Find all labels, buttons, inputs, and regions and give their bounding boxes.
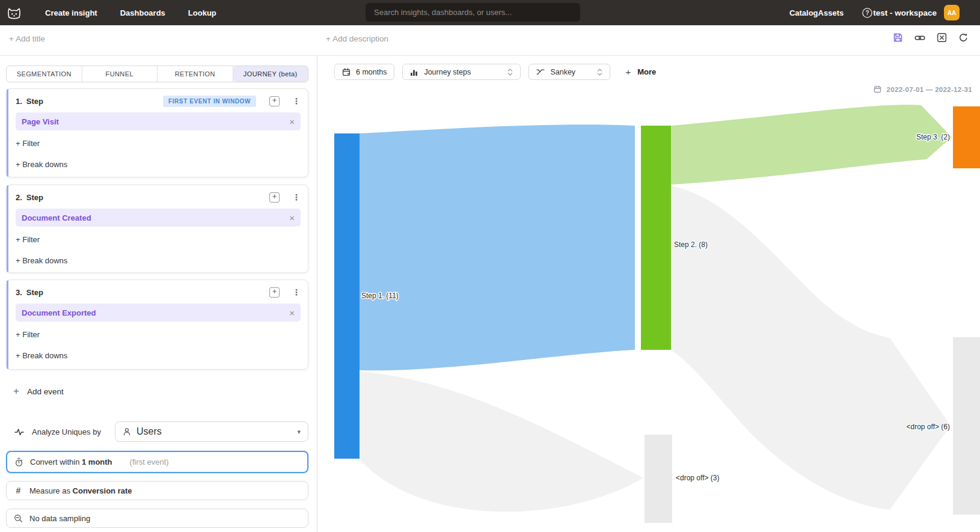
step-number: 1.: [16, 97, 22, 106]
step-menu-icon[interactable]: ⋮: [292, 97, 301, 106]
workspace-name[interactable]: test - workspace: [873, 8, 937, 17]
sankey-node-step2[interactable]: [641, 126, 671, 350]
chart-type-select[interactable]: Sankey: [528, 64, 610, 80]
chart-type-value: Sankey: [550, 68, 575, 76]
remove-event-icon[interactable]: ×: [289, 117, 295, 127]
tab-retention[interactable]: RETENTION: [158, 66, 233, 82]
insight-type-tabs: SEGMENTATION FUNNEL RETENTION JOURNEY (b…: [6, 66, 308, 82]
hash-icon: #: [14, 486, 23, 495]
date-range-button[interactable]: 6 months: [334, 64, 394, 80]
step-menu-icon[interactable]: ⋮: [292, 193, 301, 202]
sankey-node-dropoff-right[interactable]: [953, 337, 980, 515]
add-step-event-icon[interactable]: +: [269, 287, 280, 298]
step-title: Step: [26, 97, 43, 106]
top-nav: Create insight Dashboards Lookup Catalog…: [0, 0, 980, 25]
clear-insight-icon[interactable]: [937, 32, 947, 43]
sankey-link-step1-step2[interactable]: [359, 124, 635, 370]
first-event-badge: FIRST EVENT IN WINDOW: [163, 96, 256, 107]
sankey-label-step3: Step 3. (2): [916, 133, 950, 141]
avatar[interactable]: AA: [944, 5, 960, 20]
tab-segmentation[interactable]: SEGMENTATION: [7, 66, 82, 82]
chevron-down-icon: ▾: [297, 428, 301, 436]
step-menu-icon[interactable]: ⋮: [292, 288, 301, 297]
event-pill[interactable]: Page Visit ×: [16, 112, 301, 130]
copy-link-icon[interactable]: [914, 33, 925, 43]
measure-as-setting[interactable]: # Measure as Conversion rate: [6, 481, 308, 500]
save-icon[interactable]: [893, 32, 903, 43]
sankey-icon: [536, 68, 545, 76]
sankey-link-step1-dropoff[interactable]: [359, 371, 643, 512]
add-filter-button[interactable]: + Filter: [16, 139, 301, 148]
refresh-icon[interactable]: [958, 32, 969, 43]
add-event-button[interactable]: + Add event: [13, 385, 64, 397]
tab-funnel[interactable]: FUNNEL: [82, 66, 158, 82]
step-card-1: 1. Step FIRST EVENT IN WINDOW + ⋮ Page V…: [6, 88, 308, 177]
convert-hint: (first event): [130, 457, 169, 466]
step-card-2: 2. Step + ⋮ Document Created × + Filter …: [6, 185, 308, 273]
bar-chart-icon: [410, 68, 418, 76]
measure-select[interactable]: Journey steps: [402, 64, 521, 80]
add-breakdown-button[interactable]: + Break downs: [16, 160, 301, 169]
more-button[interactable]: + More: [625, 67, 656, 77]
event-name: Document Created: [22, 213, 91, 222]
convert-label: Convert within: [30, 457, 79, 466]
sankey-node-step3[interactable]: [953, 106, 980, 168]
analyze-label: Analyze Uniques by: [32, 427, 101, 436]
help-icon[interactable]: ?: [862, 7, 873, 19]
nav-catalog[interactable]: Catalog: [789, 8, 818, 17]
stopwatch-icon: [14, 457, 23, 467]
add-filter-button[interactable]: + Filter: [16, 330, 301, 339]
add-breakdown-button[interactable]: + Break downs: [16, 256, 301, 265]
data-sampling-setting[interactable]: No data sampling: [6, 509, 308, 528]
select-arrows-icon: [597, 68, 602, 76]
convert-within-setting[interactable]: Convert within 1 month (first event): [6, 451, 308, 473]
sankey-link-step2-dropoff[interactable]: [671, 186, 951, 510]
add-breakdown-button[interactable]: + Break downs: [16, 351, 301, 360]
analyze-uniques-row: Analyze Uniques by: [14, 421, 101, 442]
plus-icon: +: [625, 67, 631, 77]
analyze-entity-value: Users: [136, 426, 162, 437]
calendar-icon: [342, 68, 351, 76]
sankey-label-dropoff-mid: <drop off> (3): [676, 474, 720, 482]
magnifier-minus-icon: [14, 514, 23, 523]
event-name: Document Exported: [22, 308, 96, 317]
sankey-node-step1[interactable]: [334, 133, 360, 459]
chart-date-range: 2022-07-01 — 2022-12-31: [874, 85, 972, 93]
date-range-label: 6 months: [356, 68, 387, 76]
sankey-link-step2-step3[interactable]: [671, 105, 952, 185]
add-title-button[interactable]: + Add title: [9, 34, 45, 43]
remove-event-icon[interactable]: ×: [289, 213, 295, 223]
add-step-event-icon[interactable]: +: [269, 192, 280, 203]
step-title: Step: [26, 288, 43, 297]
chart-toolbar: 6 months Journey steps: [334, 64, 656, 80]
sankey-label-step2: Step 2. (8): [674, 240, 708, 249]
tab-journey[interactable]: JOURNEY (beta): [233, 66, 308, 82]
nav-lookup[interactable]: Lookup: [188, 8, 216, 17]
search-input[interactable]: [366, 3, 580, 22]
measure-label: Measure as: [29, 486, 70, 495]
insight-config-panel: SEGMENTATION FUNNEL RETENTION JOURNEY (b…: [0, 55, 317, 532]
sankey-label-dropoff-right: <drop off> (6): [907, 423, 951, 431]
user-icon: [123, 427, 131, 436]
step-title: Step: [26, 193, 43, 202]
chart-date-range-label: 2022-07-01 — 2022-12-31: [887, 86, 972, 93]
add-filter-button[interactable]: + Filter: [16, 235, 301, 244]
step-card-3: 3. Step + ⋮ Document Exported × + Filter…: [6, 280, 308, 370]
nav-create-insight[interactable]: Create insight: [45, 8, 97, 17]
event-pill[interactable]: Document Created ×: [16, 209, 301, 227]
calendar-icon: [874, 85, 881, 93]
nav-dashboards[interactable]: Dashboards: [120, 8, 165, 17]
remove-event-icon[interactable]: ×: [289, 308, 295, 318]
add-description-button[interactable]: + Add description: [326, 34, 388, 43]
event-pill[interactable]: Document Exported ×: [16, 304, 301, 322]
app-logo-cat-icon[interactable]: [6, 5, 22, 20]
analyze-entity-select[interactable]: Users ▾: [115, 421, 308, 442]
more-label: More: [637, 67, 656, 76]
sankey-node-dropoff-mid[interactable]: [645, 435, 672, 523]
insight-header-bar: + Add title + Add description: [0, 25, 980, 56]
nav-assets[interactable]: Assets: [818, 8, 844, 17]
measure-select-value: Journey steps: [424, 68, 471, 76]
measure-value: Conversion rate: [73, 486, 132, 495]
sankey-label-step1: Step 1. (11): [361, 292, 399, 300]
add-step-event-icon[interactable]: +: [269, 96, 280, 106]
